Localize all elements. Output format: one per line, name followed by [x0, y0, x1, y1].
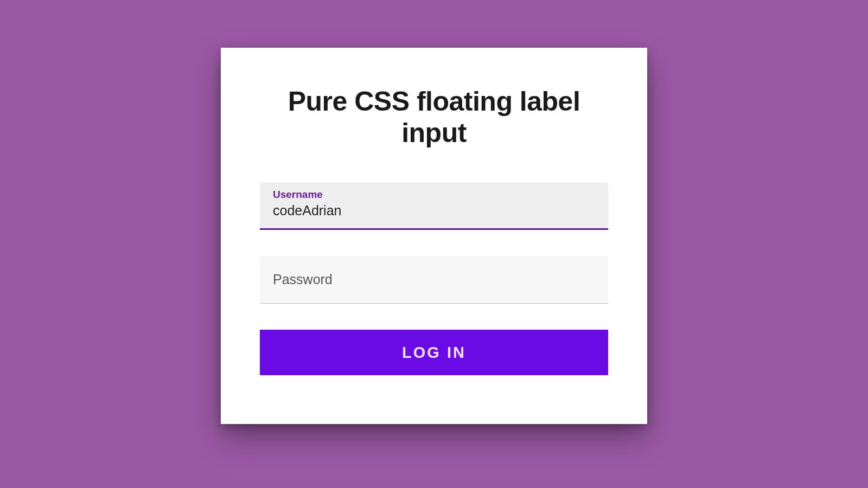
page-title: Pure CSS floating label input [260, 86, 608, 149]
username-input[interactable] [273, 203, 595, 219]
password-field-wrapper[interactable]: Password [260, 256, 608, 304]
login-button[interactable]: LOG IN [260, 330, 608, 375]
username-field-wrapper[interactable]: Username [260, 182, 608, 230]
username-label: Username [273, 189, 595, 201]
login-card: Pure CSS floating label input Username P… [221, 48, 647, 424]
password-input[interactable] [273, 256, 595, 303]
